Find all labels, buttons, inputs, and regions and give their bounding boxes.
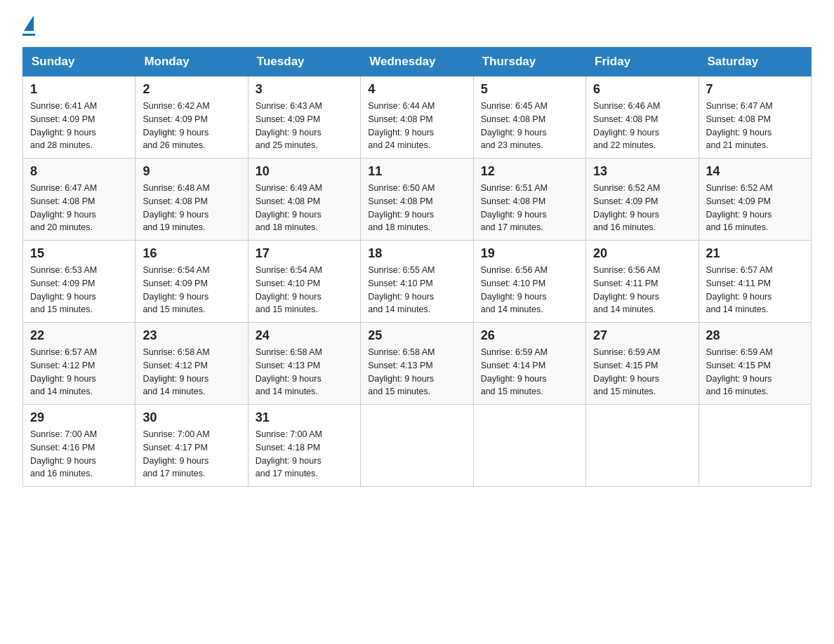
day-info: Sunrise: 7:00 AMSunset: 4:16 PMDaylight:… [30,429,97,478]
weekday-header-tuesday: Tuesday [248,48,360,76]
day-number: 5 [481,82,578,97]
day-info: Sunrise: 6:50 AMSunset: 4:08 PMDaylight:… [368,183,435,232]
page-header [22,17,812,36]
day-number: 12 [481,164,578,179]
day-info: Sunrise: 7:00 AMSunset: 4:17 PMDaylight:… [143,429,209,478]
calendar-cell: 14 Sunrise: 6:52 AMSunset: 4:09 PMDaylig… [699,159,811,241]
day-info: Sunrise: 6:56 AMSunset: 4:10 PMDaylight:… [481,265,548,314]
calendar-cell: 6 Sunrise: 6:46 AMSunset: 4:08 PMDayligh… [586,76,699,159]
day-number: 24 [256,328,353,343]
calendar-cell: 25 Sunrise: 6:58 AMSunset: 4:13 PMDaylig… [361,323,473,405]
day-number: 18 [368,246,465,261]
day-info: Sunrise: 6:59 AMSunset: 4:15 PMDaylight:… [706,347,773,396]
day-info: Sunrise: 6:49 AMSunset: 4:08 PMDaylight:… [256,183,322,232]
day-number: 26 [481,328,578,343]
day-number: 19 [481,246,578,261]
calendar-cell: 31 Sunrise: 7:00 AMSunset: 4:18 PMDaylig… [248,405,360,487]
calendar-cell: 4 Sunrise: 6:44 AMSunset: 4:08 PMDayligh… [361,76,473,159]
day-info: Sunrise: 6:58 AMSunset: 4:13 PMDaylight:… [368,347,435,396]
day-number: 29 [30,410,128,425]
calendar-cell [361,405,473,487]
calendar-cell: 22 Sunrise: 6:57 AMSunset: 4:12 PMDaylig… [23,323,135,405]
calendar-cell: 18 Sunrise: 6:55 AMSunset: 4:10 PMDaylig… [361,241,473,323]
day-info: Sunrise: 6:57 AMSunset: 4:12 PMDaylight:… [30,347,97,396]
logo [22,17,35,36]
calendar-cell: 17 Sunrise: 6:54 AMSunset: 4:10 PMDaylig… [248,241,360,323]
day-info: Sunrise: 6:52 AMSunset: 4:09 PMDaylight:… [706,183,773,232]
day-number: 27 [593,328,691,343]
day-number: 15 [30,246,128,261]
day-info: Sunrise: 6:48 AMSunset: 4:08 PMDaylight:… [143,183,209,232]
day-info: Sunrise: 6:51 AMSunset: 4:08 PMDaylight:… [481,183,548,232]
day-number: 8 [30,164,128,179]
calendar-cell: 10 Sunrise: 6:49 AMSunset: 4:08 PMDaylig… [248,159,360,241]
day-info: Sunrise: 6:55 AMSunset: 4:10 PMDaylight:… [368,265,435,314]
calendar-table: SundayMondayTuesdayWednesdayThursdayFrid… [22,47,812,487]
calendar-cell: 29 Sunrise: 7:00 AMSunset: 4:16 PMDaylig… [23,405,135,487]
day-info: Sunrise: 6:47 AMSunset: 4:08 PMDaylight:… [706,101,773,150]
calendar-cell: 27 Sunrise: 6:59 AMSunset: 4:15 PMDaylig… [586,323,699,405]
day-info: Sunrise: 6:43 AMSunset: 4:09 PMDaylight:… [256,101,322,150]
day-number: 14 [706,164,804,179]
calendar-cell: 24 Sunrise: 6:58 AMSunset: 4:13 PMDaylig… [248,323,360,405]
day-number: 21 [706,246,804,261]
day-info: Sunrise: 6:53 AMSunset: 4:09 PMDaylight:… [30,265,97,314]
calendar-cell: 7 Sunrise: 6:47 AMSunset: 4:08 PMDayligh… [699,76,811,159]
calendar-cell: 20 Sunrise: 6:56 AMSunset: 4:11 PMDaylig… [586,241,699,323]
day-number: 6 [593,82,691,97]
calendar-cell: 26 Sunrise: 6:59 AMSunset: 4:14 PMDaylig… [473,323,585,405]
weekday-header-thursday: Thursday [473,48,585,76]
calendar-cell: 15 Sunrise: 6:53 AMSunset: 4:09 PMDaylig… [23,241,135,323]
calendar-cell [586,405,699,487]
day-number: 11 [368,164,465,179]
day-number: 3 [256,82,353,97]
calendar-cell: 21 Sunrise: 6:57 AMSunset: 4:11 PMDaylig… [699,241,811,323]
calendar-cell: 13 Sunrise: 6:52 AMSunset: 4:09 PMDaylig… [586,159,699,241]
calendar-cell: 30 Sunrise: 7:00 AMSunset: 4:17 PMDaylig… [135,405,248,487]
day-number: 10 [256,164,353,179]
day-info: Sunrise: 6:45 AMSunset: 4:08 PMDaylight:… [481,101,548,150]
weekday-header-sunday: Sunday [23,48,135,76]
day-number: 17 [256,246,353,261]
day-info: Sunrise: 6:59 AMSunset: 4:15 PMDaylight:… [593,347,660,396]
day-number: 4 [368,82,465,97]
day-info: Sunrise: 6:54 AMSunset: 4:09 PMDaylight:… [143,265,209,314]
day-number: 2 [143,82,240,97]
day-number: 16 [143,246,240,261]
calendar-cell: 9 Sunrise: 6:48 AMSunset: 4:08 PMDayligh… [135,159,248,241]
day-number: 9 [143,164,240,179]
day-info: Sunrise: 6:58 AMSunset: 4:13 PMDaylight:… [256,347,322,396]
day-info: Sunrise: 7:00 AMSunset: 4:18 PMDaylight:… [256,429,322,478]
week-row-2: 8 Sunrise: 6:47 AMSunset: 4:08 PMDayligh… [23,159,812,241]
weekday-header-row: SundayMondayTuesdayWednesdayThursdayFrid… [23,48,812,76]
day-info: Sunrise: 6:56 AMSunset: 4:11 PMDaylight:… [593,265,660,314]
day-info: Sunrise: 6:54 AMSunset: 4:10 PMDaylight:… [256,265,322,314]
week-row-3: 15 Sunrise: 6:53 AMSunset: 4:09 PMDaylig… [23,241,812,323]
day-number: 23 [143,328,240,343]
day-info: Sunrise: 6:57 AMSunset: 4:11 PMDaylight:… [706,265,773,314]
day-number: 22 [30,328,128,343]
day-info: Sunrise: 6:46 AMSunset: 4:08 PMDaylight:… [593,101,660,150]
day-number: 13 [593,164,691,179]
day-number: 30 [143,410,240,425]
calendar-cell: 5 Sunrise: 6:45 AMSunset: 4:08 PMDayligh… [473,76,585,159]
day-number: 25 [368,328,465,343]
day-info: Sunrise: 6:41 AMSunset: 4:09 PMDaylight:… [30,101,97,150]
day-info: Sunrise: 6:42 AMSunset: 4:09 PMDaylight:… [143,101,209,150]
calendar-cell [473,405,585,487]
day-number: 7 [706,82,804,97]
week-row-5: 29 Sunrise: 7:00 AMSunset: 4:16 PMDaylig… [23,405,812,487]
weekday-header-saturday: Saturday [699,48,811,76]
day-info: Sunrise: 6:52 AMSunset: 4:09 PMDaylight:… [593,183,660,232]
calendar-cell: 2 Sunrise: 6:42 AMSunset: 4:09 PMDayligh… [135,76,248,159]
day-info: Sunrise: 6:47 AMSunset: 4:08 PMDaylight:… [30,183,97,232]
calendar-cell: 8 Sunrise: 6:47 AMSunset: 4:08 PMDayligh… [23,159,135,241]
logo-underline [22,34,35,36]
week-row-1: 1 Sunrise: 6:41 AMSunset: 4:09 PMDayligh… [23,76,812,159]
weekday-header-wednesday: Wednesday [361,48,473,76]
day-number: 28 [706,328,804,343]
calendar-cell: 3 Sunrise: 6:43 AMSunset: 4:09 PMDayligh… [248,76,360,159]
calendar-cell: 16 Sunrise: 6:54 AMSunset: 4:09 PMDaylig… [135,241,248,323]
calendar-cell [699,405,811,487]
calendar-cell: 1 Sunrise: 6:41 AMSunset: 4:09 PMDayligh… [23,76,135,159]
